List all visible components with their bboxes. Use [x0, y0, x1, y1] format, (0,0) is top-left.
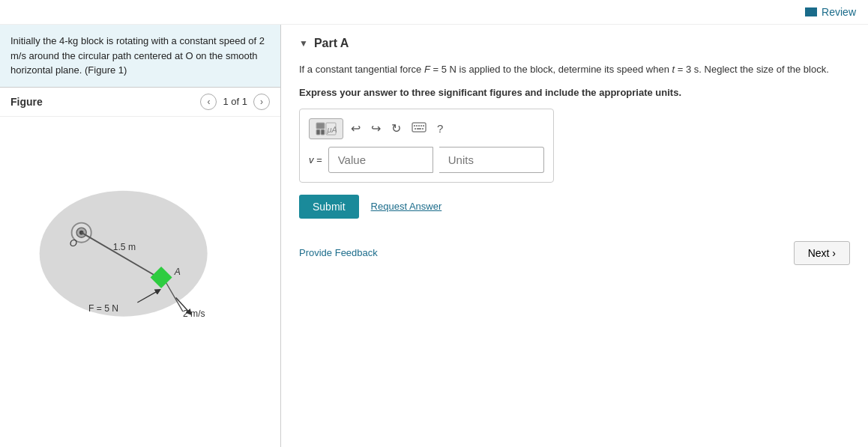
- right-panel: ▼ Part A If a constant tangential force …: [281, 25, 868, 447]
- collapse-arrow[interactable]: ▼: [299, 38, 308, 49]
- page-indicator: 1 of 1: [223, 96, 247, 107]
- left-panel: Initially the 4-kg block is rotating wit…: [0, 25, 281, 447]
- main-layout: Initially the 4-kg block is rotating wit…: [0, 25, 868, 447]
- keyboard-icon: [412, 122, 427, 133]
- svg-text:2 m/s: 2 m/s: [183, 308, 205, 318]
- svg-rect-16: [321, 130, 325, 135]
- v-label: v =: [309, 154, 322, 165]
- svg-rect-15: [316, 130, 320, 135]
- provide-feedback-button[interactable]: Provide Feedback: [299, 247, 378, 258]
- prev-figure-button[interactable]: ‹: [200, 94, 217, 110]
- svg-rect-21: [416, 125, 418, 127]
- svg-text:F = 5 N: F = 5 N: [88, 303, 118, 314]
- request-answer-button[interactable]: Request Answer: [371, 201, 442, 212]
- review-icon: [805, 7, 817, 16]
- svg-text:A: A: [174, 266, 181, 276]
- figure-nav: ‹ 1 of 1 ›: [200, 94, 270, 110]
- review-label: Review: [822, 6, 856, 18]
- part-header: ▼ Part A: [299, 37, 850, 50]
- grid-tool-button[interactable]: μA: [309, 118, 343, 139]
- svg-point-0: [40, 190, 208, 316]
- action-row: Submit Request Answer: [299, 195, 850, 219]
- svg-rect-24: [423, 125, 424, 127]
- help-button[interactable]: ?: [434, 121, 446, 136]
- figure-diagram: O A 1.5 m F = 5 N 2 m/s: [7, 124, 232, 334]
- bottom-row: Provide Feedback Next ›: [299, 241, 850, 265]
- svg-rect-22: [418, 125, 420, 127]
- svg-rect-14: [316, 123, 325, 129]
- next-figure-button[interactable]: ›: [253, 94, 270, 110]
- svg-rect-20: [414, 125, 415, 127]
- figure-canvas: O A 1.5 m F = 5 N 2 m/s: [0, 117, 280, 448]
- answer-box: μA ↩ ↪ ↻: [299, 109, 554, 183]
- problem-text: Initially the 4-kg block is rotating wit…: [0, 25, 280, 88]
- redo-button[interactable]: ↪: [368, 120, 384, 137]
- grid-tool-icon: μA: [316, 122, 337, 136]
- question-body: If a constant tangential force F = 5 N i…: [299, 64, 829, 75]
- top-bar: Review: [0, 0, 868, 25]
- answer-toolbar: μA ↩ ↪ ↻: [309, 118, 544, 139]
- figure-section: Figure ‹ 1 of 1 › O: [0, 88, 280, 448]
- part-label: Part A: [314, 37, 349, 50]
- figure-header: Figure ‹ 1 of 1 ›: [0, 88, 280, 117]
- review-button[interactable]: Review: [805, 6, 856, 18]
- svg-rect-27: [422, 128, 424, 130]
- next-button[interactable]: Next ›: [794, 241, 850, 265]
- svg-rect-25: [415, 128, 416, 130]
- svg-rect-19: [412, 123, 426, 132]
- svg-rect-26: [417, 128, 421, 130]
- undo-button[interactable]: ↩: [348, 120, 364, 137]
- svg-text:O: O: [70, 237, 77, 249]
- keyboard-button[interactable]: [409, 121, 430, 137]
- submit-button[interactable]: Submit: [299, 195, 359, 219]
- refresh-button[interactable]: ↻: [388, 120, 404, 137]
- instruction-text: Express your answer to three significant…: [299, 87, 850, 98]
- svg-rect-23: [421, 125, 422, 127]
- question-text: If a constant tangential force F = 5 N i…: [299, 62, 850, 78]
- svg-text:μA: μA: [327, 125, 337, 134]
- svg-text:1.5 m: 1.5 m: [113, 242, 136, 252]
- units-input[interactable]: [439, 147, 544, 173]
- figure-title: Figure: [10, 96, 43, 108]
- value-input[interactable]: [328, 147, 433, 173]
- input-row: v =: [309, 147, 544, 173]
